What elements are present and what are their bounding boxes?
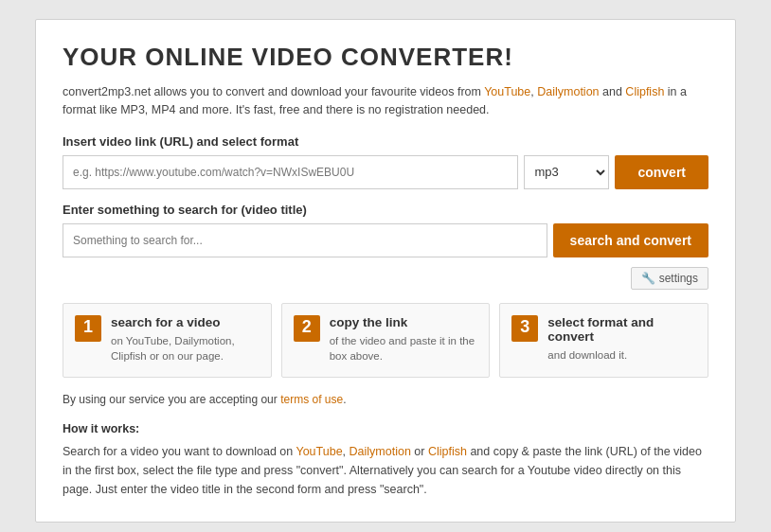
- step-card-2: 2 copy the link of the video and paste i…: [281, 303, 491, 378]
- step-number-3: 3: [511, 315, 538, 342]
- step-content-1: search for a video on YouTube, Dailymoti…: [111, 315, 260, 364]
- search-convert-button[interactable]: search and convert: [553, 223, 708, 257]
- url-input[interactable]: [63, 155, 518, 189]
- step-desc-3: and download it.: [547, 347, 696, 363]
- search-section-label: Enter something to search for (video tit…: [63, 203, 708, 217]
- settings-button[interactable]: 🔧 settings: [631, 267, 708, 290]
- main-container: YOUR ONLINE VIDEO CONVERTER! convert2mp3…: [35, 19, 736, 523]
- steps-row: 1 search for a video on YouTube, Dailymo…: [63, 303, 708, 378]
- terms-link[interactable]: terms of use: [280, 393, 343, 406]
- step-desc-2: of the video and paste it in the box abo…: [330, 333, 478, 364]
- step-title-1: search for a video: [111, 315, 260, 329]
- step-number-1: 1: [75, 315, 101, 342]
- search-input[interactable]: [63, 223, 547, 257]
- settings-label: settings: [659, 272, 698, 285]
- page-title: YOUR ONLINE VIDEO CONVERTER!: [63, 43, 708, 72]
- terms-row: By using our service you are accepting o…: [63, 393, 708, 406]
- step-card-1: 1 search for a video on YouTube, Dailymo…: [63, 303, 272, 378]
- how-clipfish-link[interactable]: Clipfish: [428, 445, 467, 458]
- search-row: search and convert: [63, 223, 708, 257]
- step-content-3: select format and convert and download i…: [547, 315, 696, 363]
- url-row: mp3 mp4 aac flac ogg convert: [63, 155, 708, 189]
- settings-row: 🔧 settings: [63, 267, 708, 290]
- how-it-works-heading: How it works:: [63, 419, 708, 438]
- how-it-works-before: Search for a video you want to download …: [63, 445, 296, 458]
- how-dailymotion-link[interactable]: Dailymotion: [350, 445, 411, 458]
- settings-icon: 🔧: [641, 272, 655, 285]
- terms-before: By using our service you are accepting o…: [63, 393, 280, 406]
- how-youtube-link[interactable]: YouTube: [296, 445, 342, 458]
- step-desc-1: on YouTube, Dailymotion, Clipfish or on …: [111, 333, 260, 364]
- step-card-3: 3 select format and convert and download…: [499, 303, 708, 378]
- step-title-2: copy the link: [330, 315, 478, 329]
- url-section-label: Insert video link (URL) and select forma…: [63, 134, 708, 149]
- how-it-works: How it works: Search for a video you wan…: [63, 419, 708, 499]
- terms-after: .: [343, 393, 346, 406]
- step-content-2: copy the link of the video and paste it …: [330, 315, 478, 364]
- dailymotion-link[interactable]: Dailymotion: [537, 85, 599, 98]
- description-before: convert2mp3.net allows you to convert an…: [63, 85, 484, 98]
- step-number-2: 2: [294, 315, 320, 342]
- youtube-link[interactable]: YouTube: [484, 85, 530, 98]
- convert-button[interactable]: convert: [615, 155, 708, 189]
- description: convert2mp3.net allows you to convert an…: [63, 83, 708, 119]
- format-select[interactable]: mp3 mp4 aac flac ogg: [524, 155, 609, 189]
- step-title-3: select format and convert: [547, 315, 696, 344]
- clipfish-link[interactable]: Clipfish: [625, 85, 664, 98]
